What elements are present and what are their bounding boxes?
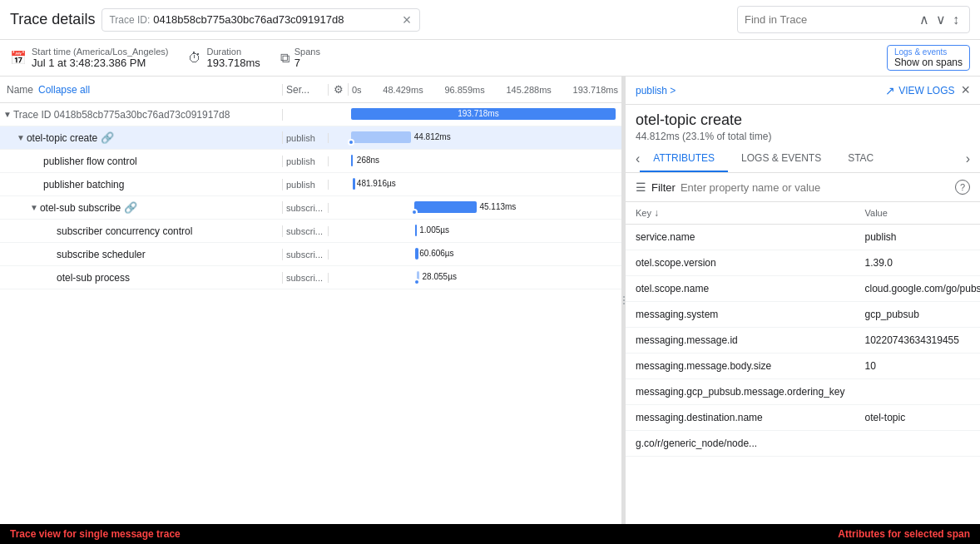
row-service: subscri... — [283, 250, 329, 260]
row-bar: 268ns — [349, 150, 621, 172]
help-icon[interactable]: ? — [955, 180, 970, 195]
attr-filter-row: ☰ Filter ? — [626, 173, 980, 202]
table-row[interactable]: otel-sub process subscri... 28.055µs — [0, 266, 621, 289]
table-row[interactable]: subscriber concurrency control subscri..… — [0, 220, 621, 243]
span-duration: 193.718ms — [458, 109, 498, 118]
table-row[interactable]: subscribe scheduler subscri... 60.606µs — [0, 243, 621, 266]
table-row[interactable]: ▼ Trace ID 0418b58cb775a30bc76ad73c09191… — [0, 103, 621, 126]
row-name: subscribe scheduler — [0, 249, 283, 260]
table-row[interactable]: messaging.message.id10220743634319455 — [626, 328, 980, 354]
table-row[interactable]: messaging.destination.nameotel-topic — [626, 405, 980, 431]
row-name: ▼ otel-topic create 🔗 — [0, 131, 283, 144]
attr-key: messaging.message.body.size — [626, 354, 855, 379]
attr-key: messaging.system — [626, 302, 855, 328]
expand-result-button[interactable]: ↕ — [949, 11, 963, 29]
detail-breadcrumb[interactable]: publish > — [636, 85, 676, 96]
close-detail-button[interactable]: × — [961, 82, 970, 99]
sort-icon[interactable]: ↓ — [654, 207, 659, 219]
table-row[interactable]: messaging.message.body.size10 — [626, 354, 980, 379]
row-label: otel-sub process — [57, 272, 130, 284]
attr-key: otel.scope.name — [626, 276, 855, 302]
row-label: publisher batching — [43, 179, 124, 190]
row-label: publisher flow control — [43, 156, 137, 167]
attr-value: 1.39.0 — [855, 250, 981, 276]
attr-table: Key ↓ Value service.namepublishotel.scop… — [626, 202, 980, 524]
table-row[interactable]: publisher flow control publish 268ns — [0, 150, 621, 173]
span-bar — [414, 201, 477, 213]
timeline-0: 0s — [352, 85, 362, 95]
table-row[interactable]: otel.scope.namecloud.google.com/go/pubsu… — [626, 276, 980, 302]
col-service: Ser... — [283, 84, 329, 96]
row-name: subscriber concurrency control — [0, 225, 283, 237]
tab-stack[interactable]: STAC — [834, 146, 887, 172]
expand-toggle[interactable]: ▼ — [17, 133, 25, 142]
table-row[interactable]: g.co/r/generic_node/node... — [626, 431, 980, 457]
span-duration: 28.055µs — [423, 272, 457, 281]
table-row[interactable]: publisher batching publish 481.916µs — [0, 173, 621, 196]
calendar-icon: 📅 — [10, 50, 27, 66]
expand-toggle[interactable]: ▼ — [30, 203, 38, 212]
detail-title-row: otel-topic create 44.812ms (23.1% of tot… — [626, 105, 980, 146]
span-dot — [413, 279, 420, 285]
row-name: otel-sub process — [0, 272, 283, 284]
tab-next-button[interactable]: › — [966, 151, 970, 166]
attr-key: g.co/r/generic_node/node... — [626, 431, 855, 457]
row-label: subscriber concurrency control — [57, 225, 192, 237]
span-duration: 481.916µs — [357, 179, 396, 188]
table-row[interactable]: otel.scope.version1.39.0 — [626, 250, 980, 276]
link-icon[interactable]: 🔗 — [101, 131, 114, 144]
filter-icon: ⚙ — [334, 83, 344, 96]
col-timeline: 0s 48.429ms 96.859ms 145.288ms 193.718ms — [349, 85, 621, 95]
table-row[interactable]: messaging.gcp_pubsub.message.ordering_ke… — [626, 379, 980, 405]
row-bar: 193.718ms — [349, 103, 621, 126]
top-bar: Trace details Trace ID: 0418b58cb775a30b… — [0, 0, 980, 40]
attr-key: service.name — [626, 225, 855, 250]
row-service: publish — [283, 133, 329, 143]
detail-title: otel-topic create — [636, 111, 970, 129]
table-row[interactable]: ▼ otel-sub subscribe 🔗 subscri... 45.113… — [0, 196, 621, 220]
attr-key: messaging.destination.name — [626, 405, 855, 431]
table-row[interactable]: ▼ otel-topic create 🔗 publish 44.812ms — [0, 126, 621, 150]
span-duration: 44.812ms — [414, 132, 451, 141]
metadata-row: 📅 Start time (America/Los_Angeles) Jul 1… — [0, 40, 980, 77]
duration-label: Duration — [206, 47, 260, 57]
view-logs-button[interactable]: ↗ VIEW LOGS — [885, 84, 954, 97]
start-time-label: Start time (America/Los_Angeles) — [32, 47, 168, 57]
trace-id-label: Trace ID: — [109, 14, 150, 26]
attr-value — [855, 431, 981, 457]
spans-value: 7 — [294, 57, 320, 69]
tab-logs-events[interactable]: LOGS & EVENTS — [728, 146, 834, 172]
panel-divider[interactable] — [622, 77, 626, 524]
span-duration: 60.606µs — [419, 249, 453, 258]
timeline-4: 193.718ms — [573, 85, 618, 95]
row-name: ▼ Trace ID 0418b58cb775a30bc76ad73c09191… — [0, 109, 283, 121]
table-row[interactable]: service.namepublish — [626, 225, 980, 250]
next-result-button[interactable]: ∨ — [933, 10, 949, 29]
clear-trace-button[interactable]: × — [401, 12, 413, 27]
find-in-trace-input[interactable] — [745, 13, 916, 26]
link-icon[interactable]: 🔗 — [124, 201, 137, 214]
trace-id-input[interactable]: Trace ID: 0418b58cb775a30bc76ad73c091917… — [101, 8, 420, 32]
name-col-label: Name — [7, 84, 33, 96]
attr-value: gcp_pubsub — [855, 302, 981, 328]
spans-label: Spans — [294, 47, 320, 57]
attr-value: 10220743634319455 — [855, 328, 981, 354]
timeline-3: 145.288ms — [506, 85, 551, 95]
attr-value: cloud.google.com/go/pubsub — [855, 276, 981, 302]
find-in-trace-container: ∧ ∨ ↕ — [737, 6, 970, 33]
detail-panel: publish > ↗ VIEW LOGS × otel-topic creat… — [626, 77, 980, 524]
attr-value — [855, 379, 981, 405]
table-row[interactable]: messaging.systemgcp_pubsub — [626, 302, 980, 328]
row-service: subscri... — [283, 226, 329, 236]
attr-key: messaging.gcp_pubsub.message.ordering_ke… — [626, 379, 855, 405]
attr-filter-input[interactable] — [681, 181, 950, 194]
tab-attributes[interactable]: ATTRIBUTES — [640, 146, 728, 172]
span-duration: 1.005µs — [419, 225, 449, 235]
span-bar — [415, 248, 418, 260]
trace-header: Name Collapse all Ser... ⚙ 0s 48.429ms 9… — [0, 77, 621, 103]
expand-toggle[interactable]: ▼ — [3, 110, 12, 119]
attr-value: otel-topic — [855, 405, 981, 431]
prev-result-button[interactable]: ∧ — [916, 10, 933, 29]
collapse-all-button[interactable]: Collapse all — [38, 84, 90, 96]
row-label: subscribe scheduler — [57, 249, 146, 260]
